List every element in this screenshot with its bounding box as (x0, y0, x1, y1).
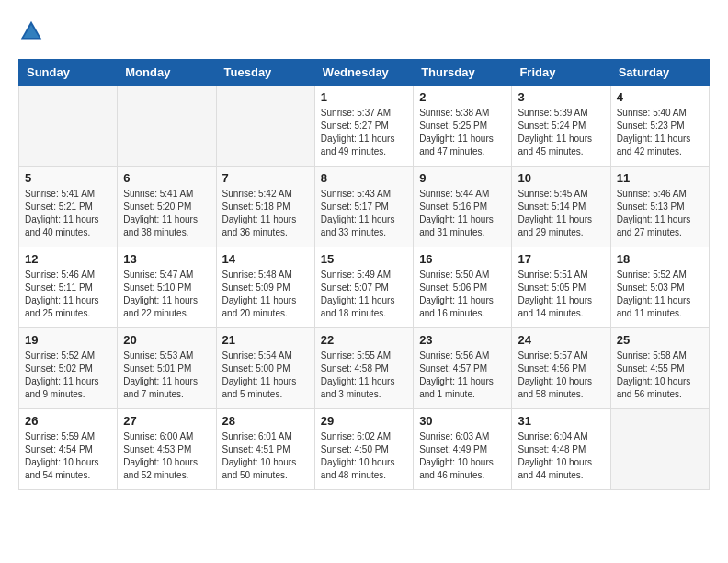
day-number: 27 (123, 414, 210, 428)
calendar-week-1: 1Sunrise: 5:37 AM Sunset: 5:27 PM Daylig… (19, 86, 710, 167)
day-number: 2 (419, 90, 506, 104)
calendar-week-4: 19Sunrise: 5:52 AM Sunset: 5:02 PM Dayli… (19, 328, 710, 409)
day-info: Sunrise: 5:45 AM Sunset: 5:14 PM Dayligh… (518, 188, 604, 239)
weekday-header-saturday: Saturday (610, 60, 709, 86)
day-info: Sunrise: 5:51 AM Sunset: 5:05 PM Dayligh… (518, 269, 604, 320)
day-number: 16 (419, 252, 506, 266)
day-info: Sunrise: 5:46 AM Sunset: 5:11 PM Dayligh… (25, 269, 111, 320)
day-number: 4 (617, 90, 703, 104)
day-info: Sunrise: 5:41 AM Sunset: 5:21 PM Dayligh… (25, 188, 111, 239)
day-info: Sunrise: 6:02 AM Sunset: 4:50 PM Dayligh… (321, 431, 407, 482)
calendar-table: SundayMondayTuesdayWednesdayThursdayFrid… (18, 59, 710, 490)
weekday-header-tuesday: Tuesday (216, 60, 314, 86)
day-info: Sunrise: 5:44 AM Sunset: 5:16 PM Dayligh… (419, 188, 506, 239)
day-number: 28 (222, 414, 309, 428)
day-info: Sunrise: 5:55 AM Sunset: 4:58 PM Dayligh… (321, 350, 407, 401)
day-number: 25 (617, 333, 703, 347)
day-info: Sunrise: 5:49 AM Sunset: 5:07 PM Dayligh… (321, 269, 407, 320)
day-info: Sunrise: 6:03 AM Sunset: 4:49 PM Dayligh… (419, 431, 506, 482)
day-info: Sunrise: 5:54 AM Sunset: 5:00 PM Dayligh… (222, 350, 309, 401)
weekday-header-sunday: Sunday (19, 60, 118, 86)
day-info: Sunrise: 5:48 AM Sunset: 5:09 PM Dayligh… (222, 269, 309, 320)
calendar-cell: 27Sunrise: 6:00 AM Sunset: 4:53 PM Dayli… (118, 409, 216, 490)
day-info: Sunrise: 5:50 AM Sunset: 5:06 PM Dayligh… (419, 269, 506, 320)
calendar-header-row: SundayMondayTuesdayWednesdayThursdayFrid… (19, 60, 710, 86)
calendar-cell: 26Sunrise: 5:59 AM Sunset: 4:54 PM Dayli… (19, 409, 118, 490)
calendar-cell: 24Sunrise: 5:57 AM Sunset: 4:56 PM Dayli… (512, 328, 610, 409)
day-info: Sunrise: 5:52 AM Sunset: 5:02 PM Dayligh… (25, 350, 111, 401)
calendar-cell: 18Sunrise: 5:52 AM Sunset: 5:03 PM Dayli… (610, 247, 709, 328)
calendar-cell (610, 409, 709, 490)
day-info: Sunrise: 5:46 AM Sunset: 5:13 PM Dayligh… (617, 188, 703, 239)
day-number: 19 (25, 333, 111, 347)
calendar-cell: 28Sunrise: 6:01 AM Sunset: 4:51 PM Dayli… (216, 409, 314, 490)
calendar-cell: 31Sunrise: 6:04 AM Sunset: 4:48 PM Dayli… (512, 409, 610, 490)
calendar-cell: 25Sunrise: 5:58 AM Sunset: 4:55 PM Dayli… (610, 328, 709, 409)
day-number: 1 (321, 90, 407, 104)
page-header (18, 18, 710, 44)
day-info: Sunrise: 5:38 AM Sunset: 5:25 PM Dayligh… (419, 107, 506, 158)
day-info: Sunrise: 5:56 AM Sunset: 4:57 PM Dayligh… (419, 350, 506, 401)
day-info: Sunrise: 5:43 AM Sunset: 5:17 PM Dayligh… (321, 188, 407, 239)
day-info: Sunrise: 5:41 AM Sunset: 5:20 PM Dayligh… (123, 188, 210, 239)
day-info: Sunrise: 6:01 AM Sunset: 4:51 PM Dayligh… (222, 431, 309, 482)
calendar-cell: 17Sunrise: 5:51 AM Sunset: 5:05 PM Dayli… (512, 247, 610, 328)
calendar-cell (216, 86, 314, 167)
day-info: Sunrise: 5:39 AM Sunset: 5:24 PM Dayligh… (518, 107, 604, 158)
calendar-cell: 19Sunrise: 5:52 AM Sunset: 5:02 PM Dayli… (19, 328, 118, 409)
day-number: 30 (419, 414, 506, 428)
calendar-cell: 23Sunrise: 5:56 AM Sunset: 4:57 PM Dayli… (414, 328, 512, 409)
logo (18, 18, 48, 44)
day-number: 23 (419, 333, 506, 347)
calendar-cell: 14Sunrise: 5:48 AM Sunset: 5:09 PM Dayli… (216, 247, 314, 328)
day-info: Sunrise: 5:58 AM Sunset: 4:55 PM Dayligh… (617, 350, 703, 401)
calendar-cell: 6Sunrise: 5:41 AM Sunset: 5:20 PM Daylig… (118, 167, 216, 247)
day-info: Sunrise: 5:57 AM Sunset: 4:56 PM Dayligh… (518, 350, 604, 401)
day-number: 9 (419, 171, 506, 185)
day-number: 31 (518, 414, 604, 428)
day-number: 7 (222, 171, 309, 185)
day-info: Sunrise: 5:40 AM Sunset: 5:23 PM Dayligh… (617, 107, 703, 158)
calendar-cell: 12Sunrise: 5:46 AM Sunset: 5:11 PM Dayli… (19, 247, 118, 328)
calendar-cell: 20Sunrise: 5:53 AM Sunset: 5:01 PM Dayli… (118, 328, 216, 409)
calendar-cell: 11Sunrise: 5:46 AM Sunset: 5:13 PM Dayli… (610, 167, 709, 247)
day-number: 22 (321, 333, 407, 347)
calendar-cell: 29Sunrise: 6:02 AM Sunset: 4:50 PM Dayli… (314, 409, 413, 490)
day-number: 12 (25, 252, 111, 266)
day-info: Sunrise: 5:42 AM Sunset: 5:18 PM Dayligh… (222, 188, 309, 239)
day-number: 29 (321, 414, 407, 428)
day-number: 14 (222, 252, 309, 266)
calendar-cell: 7Sunrise: 5:42 AM Sunset: 5:18 PM Daylig… (216, 167, 314, 247)
day-number: 24 (518, 333, 604, 347)
calendar-cell (118, 86, 216, 167)
day-number: 10 (518, 171, 604, 185)
calendar-week-2: 5Sunrise: 5:41 AM Sunset: 5:21 PM Daylig… (19, 167, 710, 247)
calendar-cell: 10Sunrise: 5:45 AM Sunset: 5:14 PM Dayli… (512, 167, 610, 247)
day-info: Sunrise: 6:04 AM Sunset: 4:48 PM Dayligh… (518, 431, 604, 482)
day-number: 15 (321, 252, 407, 266)
calendar-cell: 9Sunrise: 5:44 AM Sunset: 5:16 PM Daylig… (414, 167, 512, 247)
day-info: Sunrise: 5:52 AM Sunset: 5:03 PM Dayligh… (617, 269, 703, 320)
day-number: 5 (25, 171, 111, 185)
calendar-cell: 1Sunrise: 5:37 AM Sunset: 5:27 PM Daylig… (314, 86, 413, 167)
calendar-week-3: 12Sunrise: 5:46 AM Sunset: 5:11 PM Dayli… (19, 247, 710, 328)
weekday-header-thursday: Thursday (414, 60, 512, 86)
day-info: Sunrise: 6:00 AM Sunset: 4:53 PM Dayligh… (123, 431, 210, 482)
calendar-cell: 5Sunrise: 5:41 AM Sunset: 5:21 PM Daylig… (19, 167, 118, 247)
day-number: 18 (617, 252, 703, 266)
day-number: 26 (25, 414, 111, 428)
day-number: 8 (321, 171, 407, 185)
day-number: 17 (518, 252, 604, 266)
calendar-cell: 8Sunrise: 5:43 AM Sunset: 5:17 PM Daylig… (314, 167, 413, 247)
weekday-header-wednesday: Wednesday (314, 60, 413, 86)
calendar-cell: 30Sunrise: 6:03 AM Sunset: 4:49 PM Dayli… (414, 409, 512, 490)
calendar-cell: 3Sunrise: 5:39 AM Sunset: 5:24 PM Daylig… (512, 86, 610, 167)
day-number: 13 (123, 252, 210, 266)
day-number: 6 (123, 171, 210, 185)
calendar-cell: 21Sunrise: 5:54 AM Sunset: 5:00 PM Dayli… (216, 328, 314, 409)
day-number: 21 (222, 333, 309, 347)
calendar-cell (19, 86, 118, 167)
logo-icon (18, 18, 44, 44)
day-number: 3 (518, 90, 604, 104)
calendar-cell: 16Sunrise: 5:50 AM Sunset: 5:06 PM Dayli… (414, 247, 512, 328)
